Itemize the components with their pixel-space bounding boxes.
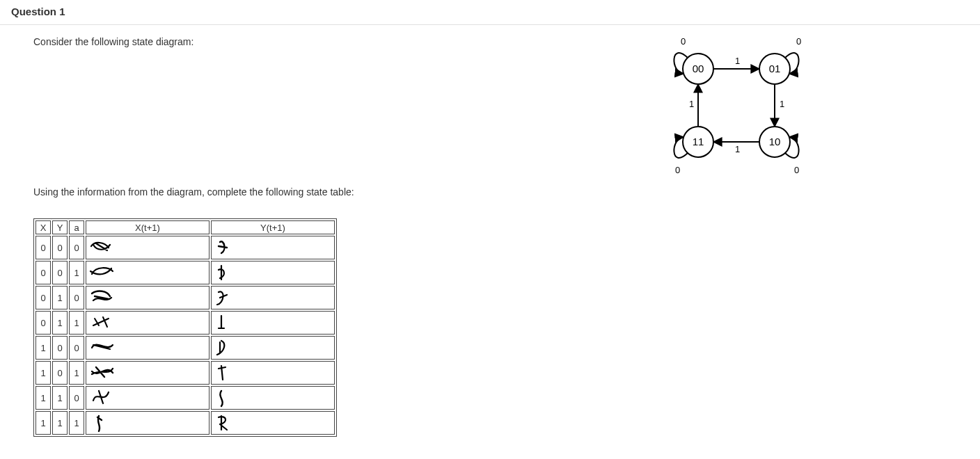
pen-scribble-icon <box>89 288 117 309</box>
header-xt: X(t+1) <box>86 220 210 234</box>
table-row: 010 <box>35 286 335 309</box>
answer-cell-xt[interactable] <box>86 386 210 410</box>
pen-scribble-icon <box>214 238 231 259</box>
pen-scribble-icon <box>89 263 117 284</box>
answer-cell-yt[interactable] <box>211 261 335 284</box>
cell-y: 0 <box>52 236 68 259</box>
cell-a: 0 <box>69 336 84 360</box>
header-x: X <box>35 220 51 234</box>
cell-y: 0 <box>52 261 68 284</box>
pen-scribble-icon <box>214 413 231 434</box>
cell-a: 1 <box>69 311 84 335</box>
cell-a: 1 <box>69 411 84 435</box>
pen-scribble-icon <box>214 388 231 409</box>
cell-y: 1 <box>52 311 68 335</box>
table-row: 111 <box>35 411 335 435</box>
table-header-row: X Y a X(t+1) Y(t+1) <box>35 220 335 234</box>
pen-scribble-icon <box>89 338 117 359</box>
cell-x: 0 <box>35 236 51 259</box>
cell-x: 0 <box>35 261 51 284</box>
table-row: 000 <box>35 236 335 259</box>
edge-10-11-label: 1 <box>735 144 740 154</box>
edge-00-01-label: 1 <box>735 56 740 66</box>
pen-scribble-icon <box>89 388 117 409</box>
cell-x: 1 <box>35 361 51 385</box>
pen-scribble-icon <box>89 238 117 259</box>
question-body: Consider the following state diagram: 00… <box>0 25 980 451</box>
state-diagram: 00 01 11 10 0 0 0 0 1 1 <box>660 38 813 187</box>
cell-x: 1 <box>35 411 51 435</box>
answer-cell-yt[interactable] <box>211 361 335 385</box>
header-a: a <box>69 220 84 234</box>
subprompt-text: Using the information from the diagram, … <box>33 186 980 198</box>
pen-scribble-icon <box>214 313 231 334</box>
cell-a: 1 <box>69 361 84 385</box>
pen-scribble-icon <box>89 363 117 384</box>
cell-y: 1 <box>52 386 68 410</box>
edge-10-self-label: 0 <box>794 165 799 175</box>
answer-cell-yt[interactable] <box>211 236 335 259</box>
pen-scribble-icon <box>214 263 231 284</box>
cell-x: 1 <box>35 386 51 410</box>
pen-scribble-icon <box>89 413 117 434</box>
edge-00-self-label: 0 <box>681 38 686 47</box>
cell-x: 0 <box>35 311 51 335</box>
answer-cell-yt[interactable] <box>211 336 335 360</box>
pen-scribble-icon <box>214 288 231 309</box>
cell-y: 0 <box>52 336 68 360</box>
question-heading: Question 1 <box>0 0 980 25</box>
answer-cell-xt[interactable] <box>86 236 210 259</box>
edge-01-self-label: 0 <box>796 38 801 47</box>
answer-cell-xt[interactable] <box>86 361 210 385</box>
cell-y: 0 <box>52 361 68 385</box>
answer-cell-xt[interactable] <box>86 286 210 309</box>
answer-cell-xt[interactable] <box>86 261 210 284</box>
answer-cell-yt[interactable] <box>211 311 335 335</box>
answer-cell-yt[interactable] <box>211 286 335 309</box>
answer-cell-xt[interactable] <box>86 411 210 435</box>
table-row: 110 <box>35 386 335 410</box>
state-11-label: 11 <box>693 136 704 147</box>
table-row: 011 <box>35 311 335 335</box>
header-y: Y <box>52 220 68 234</box>
cell-y: 1 <box>52 286 68 309</box>
cell-a: 0 <box>69 386 84 410</box>
prompt-text: Consider the following state diagram: <box>33 36 980 47</box>
edge-01-10-label: 1 <box>780 99 784 109</box>
answer-cell-xt[interactable] <box>86 336 210 360</box>
table-row: 101 <box>35 361 335 385</box>
edge-11-00-label: 1 <box>689 99 694 109</box>
table-row: 001 <box>35 261 335 284</box>
table-row: 100 <box>35 336 335 360</box>
cell-a: 0 <box>69 286 84 309</box>
state-table: X Y a X(t+1) Y(t+1) 00000101001110010111… <box>33 218 337 437</box>
pen-scribble-icon <box>89 313 117 334</box>
answer-cell-yt[interactable] <box>211 386 335 410</box>
cell-y: 1 <box>52 411 68 435</box>
pen-scribble-icon <box>214 338 231 359</box>
pen-scribble-icon <box>214 363 231 384</box>
edge-11-self-label: 0 <box>675 165 680 175</box>
cell-a: 0 <box>69 236 84 259</box>
cell-x: 0 <box>35 286 51 309</box>
state-00-label: 00 <box>693 63 704 74</box>
cell-x: 1 <box>35 336 51 360</box>
answer-cell-yt[interactable] <box>211 411 335 435</box>
answer-cell-xt[interactable] <box>86 311 210 335</box>
state-01-label: 01 <box>769 63 781 74</box>
state-10-label: 10 <box>769 136 781 147</box>
header-yt: Y(t+1) <box>211 220 335 234</box>
cell-a: 1 <box>69 261 84 284</box>
